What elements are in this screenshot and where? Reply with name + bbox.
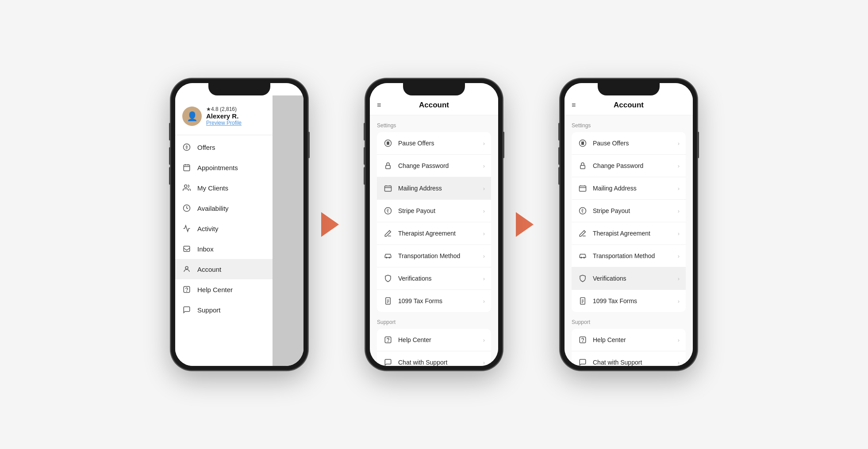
support-icon bbox=[182, 305, 191, 314]
account-title-3: Account bbox=[614, 101, 644, 110]
transportation-method-label: Transportation Method bbox=[398, 252, 478, 259]
verifications-label: Verifications bbox=[398, 275, 478, 282]
therapist-agreement-chevron: › bbox=[483, 230, 485, 237]
change-password-label-3: Change Password bbox=[593, 162, 672, 169]
sidebar-item-offers[interactable]: Offers bbox=[175, 137, 273, 157]
tax-forms-chevron: › bbox=[483, 298, 485, 304]
scene-2: ≡ Account Settings Pause Offers › Change bbox=[365, 79, 534, 370]
account-icon bbox=[182, 265, 191, 274]
phone-1-inner: 👤 ★4.8 (2,816) Alexery R. Preview Profil… bbox=[175, 83, 303, 366]
mailing-address-row[interactable]: Mailing Address › bbox=[377, 177, 491, 200]
support-label: Support bbox=[197, 306, 221, 314]
help-center-chevron-2: › bbox=[483, 337, 485, 343]
settings-body-3: Settings Pause Offers › Change Password … bbox=[565, 115, 693, 366]
sidebar-item-help-center[interactable]: Help Center bbox=[175, 279, 273, 300]
sidebar-item-inbox[interactable]: Inbox bbox=[175, 239, 273, 259]
phone-2-inner: ≡ Account Settings Pause Offers › Change bbox=[370, 83, 498, 366]
svg-rect-30 bbox=[580, 186, 586, 191]
sidebar-item-account[interactable]: Account bbox=[175, 259, 273, 279]
svg-rect-28 bbox=[583, 142, 584, 145]
help-center-icon-3 bbox=[578, 335, 588, 345]
svg-point-18 bbox=[389, 257, 390, 258]
change-password-row-3[interactable]: Change Password › bbox=[572, 155, 686, 177]
sidebar-screen: 👤 ★4.8 (2,816) Alexery R. Preview Profil… bbox=[175, 95, 303, 366]
transportation-method-label-3: Transportation Method bbox=[593, 252, 672, 259]
stripe-payout-chevron-3: › bbox=[678, 208, 680, 214]
support-card-3: Help Center › Chat with Support › Email … bbox=[572, 329, 686, 366]
help-center-row-2[interactable]: Help Center › bbox=[377, 329, 491, 351]
stripe-payout-label: Stripe Payout bbox=[398, 207, 478, 214]
svg-rect-12 bbox=[387, 142, 388, 145]
therapist-agreement-row[interactable]: Therapist Agreement › bbox=[377, 222, 491, 245]
offers-label: Offers bbox=[197, 144, 215, 151]
tax-forms-row-3[interactable]: 1099 Tax Forms › bbox=[572, 290, 686, 312]
settings-section-label-3: Settings bbox=[565, 122, 693, 132]
verifications-row[interactable]: Verifications › bbox=[377, 267, 491, 290]
stripe-payout-row[interactable]: Stripe Payout › bbox=[377, 200, 491, 222]
therapist-agreement-row-3[interactable]: Therapist Agreement › bbox=[572, 222, 686, 245]
svg-point-33 bbox=[584, 257, 584, 258]
phone-3: ≡ Account Settings Pause Offers › Change… bbox=[560, 79, 697, 370]
svg-point-5 bbox=[184, 185, 187, 187]
help-center-row-3[interactable]: Help Center › bbox=[572, 329, 686, 351]
rating: ★4.8 (2,816) bbox=[206, 106, 242, 112]
menu-icon-3[interactable]: ≡ bbox=[572, 101, 576, 109]
change-password-row[interactable]: Change Password › bbox=[377, 155, 491, 177]
help-center-label-3: Help Center bbox=[593, 336, 672, 343]
arrow-1 bbox=[321, 212, 339, 237]
svg-rect-27 bbox=[582, 142, 583, 145]
stripe-payout-row-3[interactable]: Stripe Payout › bbox=[572, 200, 686, 222]
menu-icon-2[interactable]: ≡ bbox=[377, 101, 381, 109]
shield-icon-3 bbox=[578, 274, 588, 283]
account-label: Account bbox=[197, 266, 221, 273]
sidebar-item-appointments[interactable]: Appointments bbox=[175, 157, 273, 178]
verifications-row-3[interactable]: Verifications › bbox=[572, 267, 686, 290]
clock-icon bbox=[182, 204, 191, 213]
verifications-chevron-3: › bbox=[678, 275, 680, 282]
sidebar-item-availability[interactable]: Availability bbox=[175, 198, 273, 218]
scene-1: 👤 ★4.8 (2,816) Alexery R. Preview Profil… bbox=[171, 79, 339, 370]
chat-support-label-3: Chat with Support bbox=[593, 359, 672, 366]
chat-support-row-2[interactable]: Chat with Support › bbox=[377, 351, 491, 366]
app-header-3: ≡ Account bbox=[565, 95, 693, 115]
pen-icon-3 bbox=[578, 228, 588, 238]
transportation-method-row-3[interactable]: Transportation Method › bbox=[572, 245, 686, 267]
transportation-method-row[interactable]: Transportation Method › bbox=[377, 245, 491, 267]
therapist-agreement-chevron-3: › bbox=[678, 230, 680, 237]
chat-support-chevron-2: › bbox=[483, 359, 485, 366]
profile-section: 👤 ★4.8 (2,816) Alexery R. Preview Profil… bbox=[175, 103, 273, 133]
account-title-2: Account bbox=[419, 101, 449, 110]
notch-3 bbox=[598, 83, 660, 95]
pause-offers-label-3: Pause Offers bbox=[593, 140, 672, 147]
chat-support-row-3[interactable]: Chat with Support › bbox=[572, 351, 686, 366]
car-icon bbox=[383, 251, 393, 261]
pause-offers-row[interactable]: Pause Offers › bbox=[377, 132, 491, 155]
help-center-chevron-3: › bbox=[678, 337, 680, 343]
svg-point-31 bbox=[580, 208, 586, 214]
arrow-2 bbox=[516, 212, 534, 237]
dollar-icon bbox=[182, 143, 191, 152]
support-card-2: Help Center › Chat with Support › Email … bbox=[377, 329, 491, 366]
sidebar-item-activity[interactable]: Activity bbox=[175, 218, 273, 239]
sidebar-item-my-clients[interactable]: My Clients bbox=[175, 178, 273, 198]
svg-point-16 bbox=[385, 208, 392, 214]
pause-offers-row-3[interactable]: Pause Offers › bbox=[572, 132, 686, 155]
svg-rect-14 bbox=[386, 165, 391, 169]
sidebar-gray-area bbox=[273, 95, 303, 366]
mailing-address-row-3[interactable]: Mailing Address › bbox=[572, 177, 686, 200]
avatar: 👤 bbox=[182, 107, 202, 126]
notch-2 bbox=[403, 83, 465, 95]
tax-forms-label: 1099 Tax Forms bbox=[398, 297, 478, 304]
activity-icon bbox=[182, 224, 191, 233]
sidebar-item-support[interactable]: Support bbox=[175, 300, 273, 320]
preview-profile-link[interactable]: Preview Profile bbox=[206, 120, 242, 126]
svg-rect-15 bbox=[385, 186, 392, 191]
svg-point-0 bbox=[184, 144, 190, 151]
help-center-label-2: Help Center bbox=[398, 336, 478, 343]
mailing-address-label: Mailing Address bbox=[398, 185, 478, 192]
tax-forms-row[interactable]: 1099 Tax Forms › bbox=[377, 290, 491, 312]
settings-body-2: Settings Pause Offers › Change Password … bbox=[370, 115, 498, 366]
stripe-icon bbox=[383, 206, 393, 216]
pause-icon bbox=[383, 138, 393, 148]
address-icon-3 bbox=[578, 183, 588, 193]
